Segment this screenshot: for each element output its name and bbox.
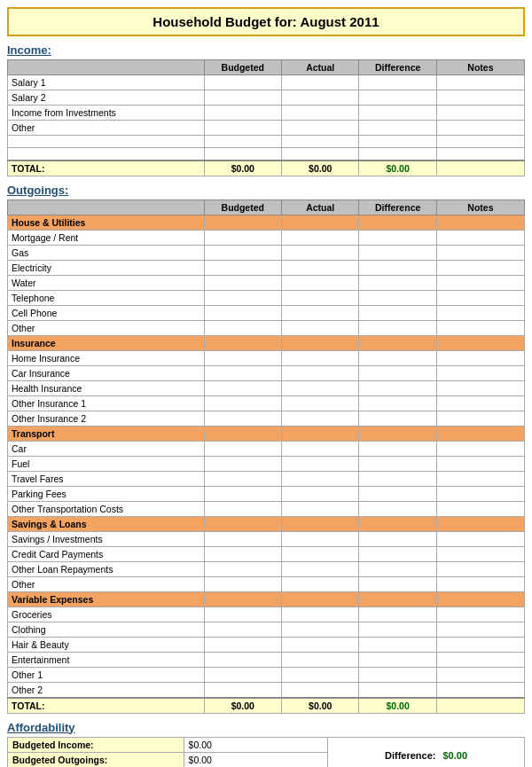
afford-budgeted-table: Budgeted Income: $0.00 Budgeted Outgoing…	[7, 737, 328, 768]
afford-budgeted-diff-panel: Difference: $0.00	[328, 737, 525, 768]
table-row: Clothing	[8, 622, 525, 637]
table-row: Other	[8, 121, 525, 136]
table-row: Fuel	[8, 456, 525, 471]
table-row: Salary 1	[8, 75, 525, 90]
income-heading: Income:	[7, 43, 525, 57]
page-title: Household Budget for: August 2011	[7, 7, 525, 36]
afford-budgeted-income-label: Budgeted Income:	[8, 737, 184, 752]
category-transport: Transport	[8, 426, 525, 441]
income-salary2-label: Salary 2	[8, 90, 205, 106]
table-row: Travel Fares	[8, 471, 525, 486]
income-total-budgeted: $0.00	[204, 160, 281, 176]
outgoings-total-budgeted: $0.00	[204, 698, 281, 714]
income-col-budgeted: Budgeted	[204, 60, 281, 75]
table-row: Mortgage / Rent	[8, 230, 525, 245]
table-row: Electricity	[8, 260, 525, 275]
outgoings-heading: Outgoings:	[7, 184, 525, 197]
table-row: Car Insurance	[8, 365, 525, 380]
table-row: Gas	[8, 245, 525, 260]
category-insurance: Insurance	[8, 335, 525, 350]
table-row: Other Transportation Costs	[8, 501, 525, 516]
outgoings-total-row: TOTAL: $0.00 $0.00 $0.00	[8, 698, 525, 714]
afford-budgeted-outgoings-label: Budgeted Outgoings:	[8, 752, 184, 767]
table-row: Home Insurance	[8, 350, 525, 365]
category-house: House & Utilities	[8, 215, 525, 230]
table-row: Cell Phone	[8, 305, 525, 320]
category-variable: Variable Expenses	[8, 591, 525, 607]
table-row: Car	[8, 441, 525, 456]
outgoings-total-actual: $0.00	[281, 698, 358, 714]
table-row: Other	[8, 320, 525, 335]
income-col-actual: Actual	[281, 60, 358, 75]
outgoings-total-label: TOTAL:	[8, 698, 205, 714]
income-total-row: TOTAL: $0.00 $0.00 $0.00	[8, 160, 525, 176]
table-row: Other 1	[8, 667, 525, 682]
afford-budgeted-section: Budgeted Income: $0.00 Budgeted Outgoing…	[7, 737, 525, 768]
income-other-label: Other	[8, 121, 205, 136]
table-row	[8, 148, 525, 160]
income-col-diff: Difference	[359, 60, 436, 75]
income-total-notes	[436, 160, 524, 176]
table-row: Other 2	[8, 682, 525, 698]
afford-budgeted-income-row: Budgeted Income: $0.00	[8, 737, 328, 752]
table-row: Telephone	[8, 290, 525, 305]
table-row	[8, 136, 525, 148]
afford-budgeted-income-value: $0.00	[184, 737, 328, 752]
table-row: Entertainment	[8, 652, 525, 667]
table-row: Groceries	[8, 607, 525, 622]
income-total-label: TOTAL:	[8, 160, 205, 176]
afford-budgeted-outgoings-value: $0.00	[184, 752, 328, 767]
afford-budgeted-diff-value: $0.00	[443, 750, 468, 761]
table-row: Parking Fees	[8, 486, 525, 501]
income-total-actual: $0.00	[281, 160, 358, 176]
income-salary1-notes	[436, 75, 524, 90]
table-row: Water	[8, 275, 525, 290]
afford-budgeted-diff-label: Difference:	[385, 750, 435, 761]
income-total-diff: $0.00	[359, 160, 436, 176]
outgoings-total-diff: $0.00	[359, 698, 436, 714]
affordability-heading: Affordability	[7, 721, 525, 734]
income-salary1-actual	[281, 75, 358, 90]
table-row: Income from Investments	[8, 106, 525, 121]
table-row: Other Loan Repayments	[8, 561, 525, 576]
income-salary1-label: Salary 1	[8, 75, 205, 90]
income-table: Budgeted Actual Difference Notes Salary …	[7, 59, 525, 176]
table-row: Hair & Beauty	[8, 637, 525, 652]
table-row: Other Insurance 1	[8, 395, 525, 411]
income-col-notes: Notes	[436, 60, 524, 75]
table-row: Health Insurance	[8, 380, 525, 395]
outgoings-total-notes	[436, 698, 524, 714]
income-salary1-diff	[359, 75, 436, 90]
income-header-row: Budgeted Actual Difference Notes	[8, 60, 525, 75]
category-savings: Savings & Loans	[8, 516, 525, 531]
outgoings-table: Budgeted Actual Difference Notes House &…	[7, 200, 525, 714]
income-col-label	[8, 60, 205, 75]
table-row: Salary 2	[8, 90, 525, 106]
afford-budgeted-outgoings-row: Budgeted Outgoings: $0.00	[8, 752, 328, 767]
income-salary1-budgeted	[204, 75, 281, 90]
table-row: Savings / Investments	[8, 531, 525, 546]
table-row: Other Insurance 2	[8, 411, 525, 426]
table-row: Other	[8, 576, 525, 591]
outgoings-header-row: Budgeted Actual Difference Notes	[8, 200, 525, 215]
income-investments-label: Income from Investments	[8, 106, 205, 121]
table-row: Credit Card Payments	[8, 546, 525, 561]
